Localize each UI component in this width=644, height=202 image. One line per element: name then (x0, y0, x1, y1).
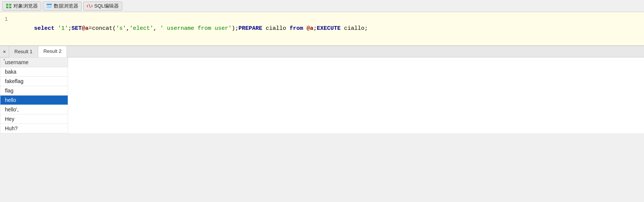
sql-semi2: ; (313, 25, 317, 32)
col-header-label: username (5, 59, 28, 65)
kw-select: select (34, 25, 54, 32)
object-browser-btn[interactable]: 对象浏览器 (2, 2, 41, 11)
svg-rect-2 (6, 6, 8, 8)
result-table-wrap: ^ username bakafakeflagflaghellohello',H… (0, 57, 644, 133)
results-panel: × Result 1 Result 2 ^ username bakafakef… (0, 46, 644, 133)
table-row[interactable]: flag (0, 86, 68, 96)
table-row[interactable]: baka (0, 67, 68, 77)
sql-editor-icon (87, 3, 93, 9)
close-results-btn[interactable]: × (0, 46, 9, 57)
sql-concat-fn: concat( (92, 25, 116, 32)
table-row[interactable]: hello (0, 96, 68, 105)
sql-content[interactable]: select '1';SET@a=concat('s','elect', ' u… (14, 15, 368, 42)
kw-execute: EXECUTE (317, 25, 341, 32)
sql-str-3: 'elect' (129, 25, 153, 32)
sql-str-1: '1' (58, 25, 68, 32)
line-number: 1 (5, 15, 11, 42)
sql-semi-1: ; (68, 25, 72, 32)
table-row[interactable]: hello', (0, 105, 68, 114)
sql-atvar: @a (82, 25, 89, 32)
cell-username: flag (0, 86, 68, 96)
svg-rect-1 (9, 4, 11, 6)
editor-line-1: 1 select '1';SET@a=concat('s','elect', '… (5, 15, 639, 42)
sql-editor-btn[interactable]: SQL编辑器 (83, 2, 122, 11)
tab-result-2[interactable]: Result 2 (38, 46, 67, 57)
tab-result-1[interactable]: Result 1 (9, 46, 38, 57)
object-browser-icon (6, 3, 12, 9)
cell-username: hello', (0, 105, 68, 114)
svg-rect-5 (47, 6, 52, 6)
sql-space2 (303, 25, 306, 32)
data-browser-label: 数据浏览器 (54, 3, 78, 9)
svg-rect-4 (47, 4, 52, 5)
data-browser-btn[interactable]: 数据浏览器 (43, 2, 82, 11)
svg-rect-3 (9, 6, 11, 8)
kw-prepare: PREPARE (238, 25, 262, 32)
sql-editor-area[interactable]: 1 select '1';SET@a=concat('s','elect', '… (0, 12, 644, 46)
svg-line-7 (89, 4, 90, 8)
sql-space1: ciallo (262, 25, 289, 32)
sql-editor-label: SQL编辑器 (94, 3, 119, 9)
sql-text-1 (54, 25, 58, 32)
object-browser-label: 对象浏览器 (13, 3, 38, 9)
sql-str-4: ' username from user' (160, 25, 232, 32)
sort-indicator: ^ (3, 59, 5, 63)
result-tbody: bakafakeflagflaghellohello',HeyHuh? (0, 67, 68, 133)
cell-username: Huh? (0, 124, 68, 133)
sql-ciallo2: ciallo; (341, 25, 368, 32)
col-header-username[interactable]: ^ username (0, 58, 68, 67)
cell-username: Hey (0, 114, 68, 124)
sql-closeparen: ); (232, 25, 238, 32)
table-row[interactable]: Huh? (0, 124, 68, 133)
kw-from: from (289, 25, 303, 32)
kw-set: SET (72, 25, 82, 32)
sql-eq: = (89, 25, 92, 32)
result-table: ^ username bakafakeflagflaghellohello',H… (0, 57, 68, 133)
cell-username: hello (0, 96, 68, 105)
table-row[interactable]: Hey (0, 114, 68, 124)
toolbar: 对象浏览器 数据浏览器 SQL编辑器 (0, 0, 644, 12)
sql-str-2: 's' (116, 25, 126, 32)
table-row[interactable]: fakeflag (0, 77, 68, 86)
svg-rect-0 (6, 4, 8, 6)
results-header: × Result 1 Result 2 (0, 46, 644, 57)
sql-comma1: , (126, 25, 129, 32)
sql-atvar2: @a (306, 25, 313, 32)
cell-username: baka (0, 67, 68, 77)
data-browser-icon (46, 3, 52, 9)
cell-username: fakeflag (0, 77, 68, 86)
sql-comma2: , (153, 25, 160, 32)
svg-rect-6 (47, 7, 52, 8)
